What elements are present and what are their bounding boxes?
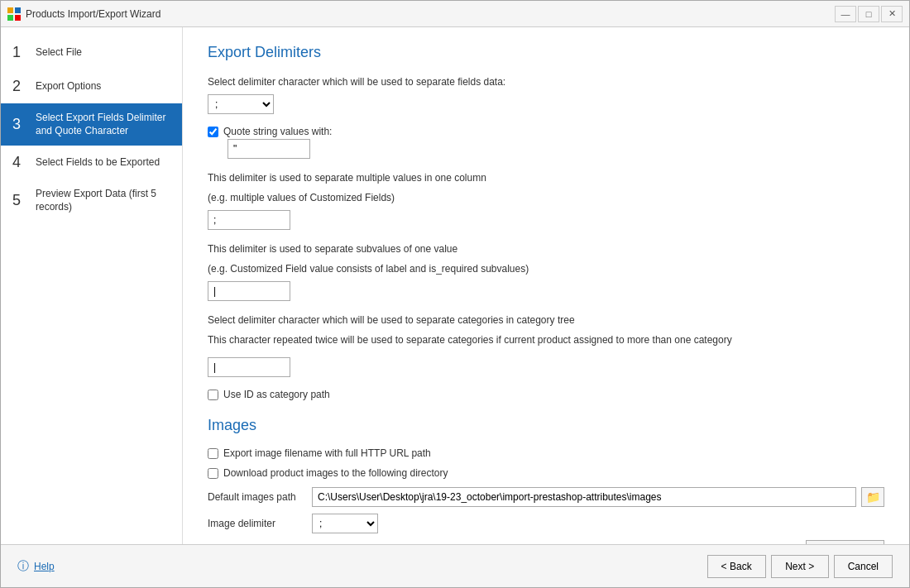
images-title: Images (208, 417, 884, 434)
main-section-title: Export Delimiters (208, 44, 884, 61)
quote-value-input[interactable] (228, 139, 310, 159)
subvalue-label2: (e.g. Customized Field value consists of… (208, 261, 884, 276)
subvalue-delimiter-input[interactable] (208, 281, 290, 301)
sidebar-item-select-file[interactable]: 1 Select File (1, 36, 182, 69)
window-title: Products Import/Export Wizard (26, 8, 160, 20)
download-images-checkbox[interactable] (208, 468, 218, 479)
next-button[interactable]: Next > (771, 555, 829, 578)
window-controls: — □ ✕ (835, 6, 903, 22)
browse-button[interactable]: 📁 (861, 487, 884, 507)
step-label-3: Select Export Fields Delimiter and Quote… (36, 112, 170, 137)
minimize-button[interactable]: — (835, 6, 856, 22)
svg-rect-0 (7, 7, 13, 13)
image-delimiter-label: Image delimiter (208, 518, 307, 529)
sidebar-item-preview-export-data[interactable]: 5 Preview Export Data (first 5 records) (1, 179, 182, 222)
step-label-4: Select Fields to be Exported (36, 156, 160, 170)
export-image-label: Export image filename with full HTTP URL… (223, 447, 431, 459)
maximize-button[interactable]: □ (858, 6, 879, 22)
category-label1: Select delimiter character which will be… (208, 313, 884, 327)
step-num-2: 2 (12, 78, 27, 95)
category-delimiter-row: Select delimiter character which will be… (208, 313, 884, 377)
close-button[interactable]: ✕ (881, 6, 903, 22)
step-num-4: 4 (12, 154, 27, 171)
subvalue-row: This delimiter is used to separate subva… (208, 241, 884, 301)
folder-icon: 📁 (866, 490, 880, 504)
footer: ⓘ Help < Back Next > Cancel (1, 544, 909, 587)
window: Products Import/Export Wizard — □ ✕ 1 Se… (0, 0, 910, 588)
quote-label: Quote string values with: (223, 126, 332, 137)
subvalue-label1: This delimiter is used to separate subva… (208, 241, 884, 256)
delimiter-label: Select delimiter character which will be… (208, 74, 884, 89)
download-images-label: Download product images to the following… (223, 467, 448, 479)
image-delimiter-select[interactable]: ; , | (312, 514, 378, 533)
title-bar: Products Import/Export Wizard — □ ✕ (1, 1, 909, 27)
use-id-checkbox[interactable] (208, 390, 218, 400)
default-images-path-input[interactable] (312, 487, 856, 507)
back-button[interactable]: < Back (707, 555, 766, 578)
quote-value-row (228, 139, 884, 159)
help-icon[interactable]: ⓘ (17, 559, 29, 574)
footer-left: ⓘ Help (17, 559, 55, 574)
step-num-5: 5 (12, 192, 27, 209)
sidebar-item-select-export-fields-delimiter[interactable]: 3 Select Export Fields Delimiter and Quo… (1, 103, 182, 146)
step-label-2: Export Options (36, 80, 101, 93)
multi-value-row: This delimiter is used to separate multi… (208, 170, 884, 230)
multi-value-delimiter-input[interactable] (208, 210, 290, 230)
svg-rect-2 (7, 15, 13, 21)
quote-checkbox-row: Quote string values with: (208, 126, 884, 137)
sidebar-item-export-options[interactable]: 2 Export Options (1, 69, 182, 103)
use-id-label: Use ID as category path (223, 389, 330, 400)
svg-rect-3 (15, 15, 21, 21)
delimiter-row: Select delimiter character which will be… (208, 74, 884, 114)
quote-checkbox[interactable] (208, 127, 218, 137)
svg-rect-1 (15, 7, 21, 13)
footer-right: < Back Next > Cancel (707, 555, 893, 578)
step-num-1: 1 (12, 44, 27, 61)
multi-value-label1: This delimiter is used to separate multi… (208, 170, 884, 185)
image-delimiter-row: Image delimiter ; , | (208, 514, 884, 533)
multi-value-label2: (e.g. multiple values of Customized Fiel… (208, 190, 884, 205)
cancel-button[interactable]: Cancel (834, 555, 893, 578)
app-icon (7, 7, 21, 21)
use-id-checkbox-row: Use ID as category path (208, 389, 884, 400)
images-section: Images Export image filename with full H… (208, 417, 884, 544)
step-num-3: 3 (12, 116, 27, 133)
export-image-row: Export image filename with full HTTP URL… (208, 447, 884, 459)
export-image-checkbox[interactable] (208, 448, 218, 459)
main-content: 1 Select File 2 Export Options 3 Select … (1, 27, 909, 544)
category-delimiter-input[interactable] (208, 357, 290, 377)
default-images-path-row: Default images path 📁 (208, 487, 884, 507)
download-images-row: Download product images to the following… (208, 467, 884, 479)
delimiter-select[interactable]: ; , | (208, 94, 274, 114)
sidebar: 1 Select File 2 Export Options 3 Select … (1, 27, 183, 544)
step-label-5: Preview Export Data (first 5 records) (36, 188, 170, 213)
sidebar-item-select-fields-to-be-exported[interactable]: 4 Select Fields to be Exported (1, 146, 182, 179)
help-link[interactable]: Help (34, 561, 55, 572)
step-label-1: Select File (36, 46, 82, 60)
category-label2: This character repeated twice will be us… (208, 332, 884, 347)
default-images-path-label: Default images path (208, 491, 307, 503)
main-panel: Export Delimiters Select delimiter chara… (183, 27, 909, 544)
title-bar-left: Products Import/Export Wizard (7, 7, 160, 21)
